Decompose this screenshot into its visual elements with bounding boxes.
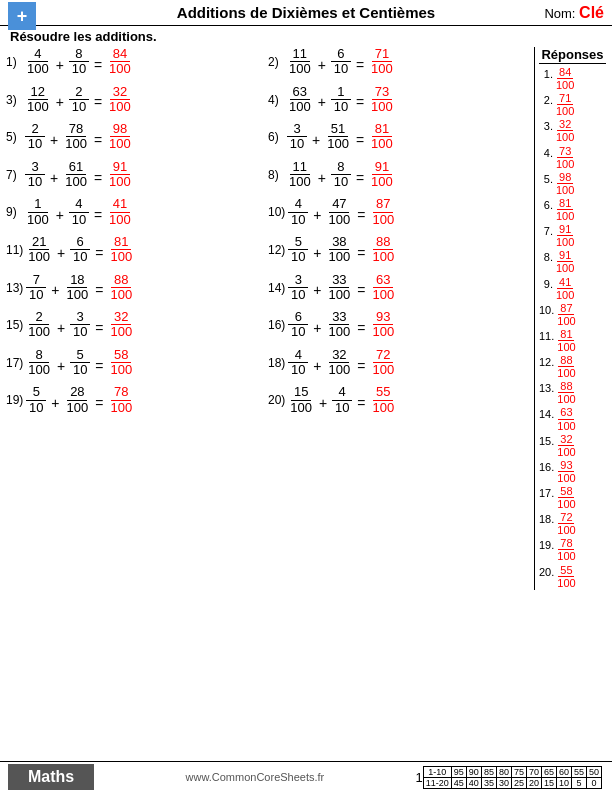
answer-item: 16. 93 100 xyxy=(539,459,606,484)
plus-sign: + xyxy=(54,57,66,73)
equals-sign: = xyxy=(93,358,105,374)
answer-item: 19. 78 100 xyxy=(539,537,606,562)
plus-sign: + xyxy=(317,395,329,411)
score-value: 45 xyxy=(451,777,466,788)
plus-sign: + xyxy=(316,57,328,73)
answer-item: 8. 91 100 xyxy=(539,249,606,274)
answer-item: 11. 81 100 xyxy=(539,328,606,353)
score-table: 1-109590858075706560555011-2045403530252… xyxy=(423,766,602,789)
answer-display-fraction: 63 100 xyxy=(556,406,576,431)
answer-item: 18. 72 100 xyxy=(539,511,606,536)
score-value: 40 xyxy=(466,777,481,788)
problem-row: 19) 5 10 + 28 100 = 78 100 20) 15 xyxy=(6,385,530,415)
problem-row: 5) 2 10 + 78 100 = 98 100 6) 3 xyxy=(6,122,530,152)
equals-sign: = xyxy=(354,132,366,148)
fraction-1: 4 10 xyxy=(288,197,308,227)
equals-sign: = xyxy=(354,94,366,110)
problem-number: 7) xyxy=(6,160,22,182)
score-value: 20 xyxy=(526,777,541,788)
problem-col-17: 17) 8 100 + 5 10 = 58 100 xyxy=(6,348,268,378)
answer-number: 20. xyxy=(539,566,554,578)
answer-fraction: 72 100 xyxy=(370,348,396,378)
equals-sign: = xyxy=(93,395,105,411)
answer-display-fraction: 41 100 xyxy=(555,276,575,301)
problem-row: 1) 4 100 + 8 10 = 84 100 2) 11 xyxy=(6,47,530,77)
plus-sign: + xyxy=(49,282,61,298)
answer-fraction: 32 100 xyxy=(108,310,134,340)
answer-display-fraction: 81 100 xyxy=(556,328,576,353)
fraction-1: 11 100 xyxy=(287,47,313,77)
answer-fraction: 88 100 xyxy=(370,235,396,265)
score-value: 5 xyxy=(571,777,586,788)
fraction-1: 5 10 xyxy=(288,235,308,265)
problem-number: 9) xyxy=(6,197,22,219)
answer-fraction: 63 100 xyxy=(370,273,396,303)
problem-number: 4) xyxy=(268,85,284,107)
plus-sign: + xyxy=(55,245,67,261)
answer-fraction: 88 100 xyxy=(108,273,134,303)
fraction-1: 7 10 xyxy=(26,273,46,303)
equals-sign: = xyxy=(93,282,105,298)
answer-number: 17. xyxy=(539,487,554,499)
problem-col-4: 4) 63 100 + 1 10 = 73 100 xyxy=(268,85,530,115)
answer-display-fraction: 73 100 xyxy=(555,145,575,170)
answer-number: 18. xyxy=(539,513,554,525)
answer-number: 10. xyxy=(539,304,554,316)
equals-sign: = xyxy=(92,94,104,110)
answer-display-fraction: 32 100 xyxy=(555,118,575,143)
problem-number: 2) xyxy=(268,47,284,69)
score-value: 75 xyxy=(511,766,526,777)
fraction-2: 18 100 xyxy=(65,273,91,303)
problem-col-7: 7) 3 10 + 61 100 = 91 100 xyxy=(6,160,268,190)
answer-number: 14. xyxy=(539,408,554,420)
equals-sign: = xyxy=(354,57,366,73)
answer-display-fraction: 81 100 xyxy=(555,197,575,222)
fraction-1: 8 100 xyxy=(26,348,52,378)
answer-item: 5. 98 100 xyxy=(539,171,606,196)
answer-number: 9. xyxy=(539,278,553,290)
answer-display-fraction: 91 100 xyxy=(555,223,575,248)
score-value: 30 xyxy=(496,777,511,788)
problem-number: 5) xyxy=(6,122,22,144)
fraction-2: 61 100 xyxy=(63,160,89,190)
answer-fraction: 32 100 xyxy=(107,85,133,115)
fraction-2: 51 100 xyxy=(325,122,351,152)
fraction-2: 32 100 xyxy=(327,348,353,378)
answer-item: 9. 41 100 xyxy=(539,276,606,301)
answer-item: 10. 87 100 xyxy=(539,302,606,327)
plus-sign: + xyxy=(49,395,61,411)
answer-number: 11. xyxy=(539,330,554,342)
fraction-1: 21 100 xyxy=(26,235,52,265)
answer-item: 6. 81 100 xyxy=(539,197,606,222)
footer-page: 1 xyxy=(416,770,423,785)
score-value: 85 xyxy=(481,766,496,777)
answer-item: 17. 58 100 xyxy=(539,485,606,510)
score-value: 15 xyxy=(541,777,556,788)
score-value: 95 xyxy=(451,766,466,777)
answers-column: Réponses 1. 84 100 2. 71 100 3. 32 100 4… xyxy=(534,47,606,590)
answer-fraction: 78 100 xyxy=(108,385,134,415)
fraction-1: 2 100 xyxy=(26,310,52,340)
equals-sign: = xyxy=(93,320,105,336)
answer-display-fraction: 71 100 xyxy=(555,92,575,117)
problem-col-5: 5) 2 10 + 78 100 = 98 100 xyxy=(6,122,268,152)
answer-item: 12. 88 100 xyxy=(539,354,606,379)
problem-row: 15) 2 100 + 3 10 = 32 100 16) 6 xyxy=(6,310,530,340)
logo-icon: + xyxy=(8,2,36,30)
fraction-1: 1 100 xyxy=(25,197,51,227)
answer-number: 6. xyxy=(539,199,553,211)
answer-display-fraction: 87 100 xyxy=(556,302,576,327)
problem-number: 20) xyxy=(268,385,285,407)
plus-sign: + xyxy=(54,207,66,223)
problem-row: 7) 3 10 + 61 100 = 91 100 8) 11 xyxy=(6,160,530,190)
answer-fraction: 81 100 xyxy=(108,235,134,265)
main-content: 1) 4 100 + 8 10 = 84 100 2) 11 xyxy=(0,47,612,590)
answer-fraction: 98 100 xyxy=(107,122,133,152)
answer-number: 19. xyxy=(539,539,554,551)
footer-url: www.CommonCoreSheets.fr xyxy=(94,771,415,783)
plus-sign: + xyxy=(311,358,323,374)
answer-fraction: 81 100 xyxy=(369,122,395,152)
answer-display-fraction: 78 100 xyxy=(556,537,576,562)
problem-col-12: 12) 5 10 + 38 100 = 88 100 xyxy=(268,235,530,265)
answer-fraction: 71 100 xyxy=(369,47,395,77)
